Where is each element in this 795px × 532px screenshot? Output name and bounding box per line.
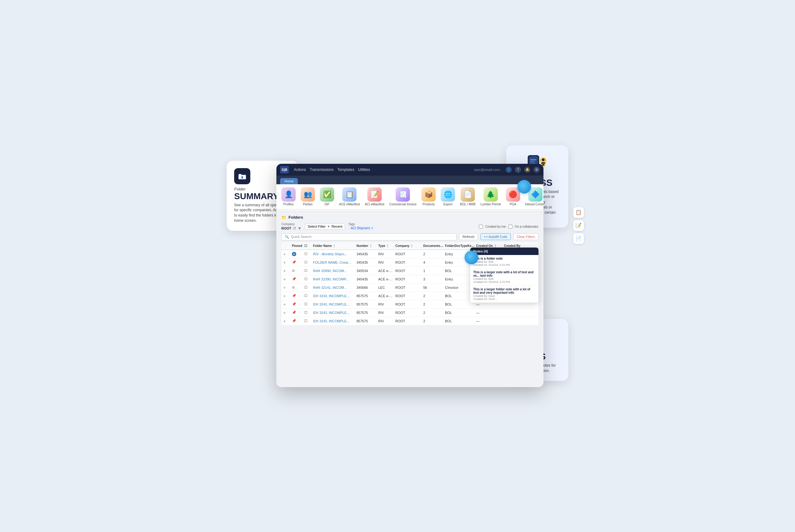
add-row-btn[interactable]: + — [283, 277, 291, 282]
icon-label-inbound-control: Inbond Control — [525, 203, 543, 206]
nav-templates[interactable]: Templates — [337, 168, 354, 172]
nav-actions[interactable]: Actions — [294, 168, 306, 172]
search-box[interactable]: 🔍 Quick Search . — [281, 233, 456, 241]
pin-cell[interactable]: 📌 — [291, 260, 304, 264]
add-row-btn[interactable]: + — [283, 285, 291, 290]
folder-name-cell[interactable]: FOLDER NAME, Creat... — [312, 261, 356, 264]
icon-circle-parties: 👥 — [301, 187, 315, 202]
folder-name-cell[interactable]: ID# 3243, INCOMPLE... — [312, 319, 356, 323]
tag-badge[interactable]: ACI Shipment × — [348, 226, 376, 230]
check-cell[interactable]: ☐ — [304, 269, 312, 273]
side-icon-1[interactable]: 📋 — [573, 207, 584, 218]
add-row-btn[interactable]: + — [283, 319, 291, 324]
note-by: Created by: Bob — [473, 260, 536, 263]
user-email: user@email.com... — [474, 168, 503, 172]
icon-item-isf[interactable]: ✅ ISF — [320, 187, 334, 206]
user-icon[interactable]: 👤 — [506, 167, 512, 173]
check-cell[interactable]: ☐ — [304, 252, 312, 256]
icon-item-parties[interactable]: 👥 Parties — [301, 187, 315, 206]
scroll-bar[interactable] — [276, 209, 543, 212]
collaborator-checkbox[interactable] — [508, 225, 512, 229]
nav-transmissions[interactable]: Transmissions — [310, 168, 333, 172]
side-icon-2[interactable]: 📝 — [573, 220, 584, 231]
icon-item-ace-emanifest[interactable]: 📋 ACE eManifest — [339, 187, 360, 206]
folder-name-cell[interactable]: Ref# 32141, INCOM... — [312, 286, 356, 289]
check-cell[interactable]: ☐ — [304, 285, 312, 289]
created-by-me-checkbox[interactable] — [479, 225, 483, 229]
refresh-button[interactable]: Refresh — [459, 233, 478, 240]
pin-cell[interactable]: 📌 — [291, 294, 304, 298]
add-row-btn[interactable]: + — [283, 293, 291, 299]
company-refresh-icon[interactable]: ↺ — [292, 226, 296, 231]
folder-name-cell[interactable]: ID# 3243, INCOMPLE... — [312, 311, 356, 315]
icon-item-aci-emanifest[interactable]: 📝 ACI eManifest — [365, 187, 384, 206]
pin-active[interactable]: ● — [292, 252, 296, 256]
notes-popup: Notes (4) This is a folder note Created … — [470, 248, 539, 303]
add-row-btn[interactable]: + — [283, 260, 291, 265]
check-cell[interactable]: ☐ — [304, 310, 312, 315]
check-cell[interactable]: ☐ — [304, 302, 312, 306]
company-cell: ROOT — [395, 286, 423, 289]
pin-icon[interactable]: 📌 — [292, 310, 296, 314]
keep-cell: BOL — [445, 302, 475, 306]
folder-name-cell[interactable]: ID# 3243, INCOMPLE... — [312, 302, 356, 306]
add-row-btn[interactable]: + — [283, 302, 291, 307]
pin-icon[interactable]: 📌 — [292, 319, 296, 323]
filter-label: Select Filter — [308, 225, 326, 228]
tab-home[interactable]: Home — [280, 178, 298, 184]
folder-name-cell[interactable]: Ref# 32390, INCOMP... — [312, 277, 356, 281]
clear-filters-button[interactable]: Clear Filters — [513, 233, 539, 240]
folder-name-cell[interactable]: RIV - Monthly Shipm... — [312, 252, 356, 256]
help-icon[interactable]: ? — [515, 167, 521, 173]
company-filter-icon[interactable]: ▼ — [297, 226, 302, 231]
type-cell: RIV — [378, 302, 395, 306]
folder-name-cell[interactable]: Ref# 32890, INCOM... — [312, 269, 356, 273]
check-cell[interactable]: ☐ — [304, 260, 312, 264]
pin-cell[interactable]: ⊘ — [291, 269, 304, 273]
pin-icon[interactable]: 📌 — [292, 302, 296, 306]
icon-item-products[interactable]: 📦 Products — [421, 187, 436, 206]
folders-title: Folders — [289, 215, 303, 220]
type-cell: ACE e-Ma... — [378, 277, 395, 281]
nav-utilities[interactable]: Utilities — [358, 168, 370, 172]
icon-item-bol-awb[interactable]: 📄 BOL / AWB — [460, 187, 475, 206]
folder-name-cell[interactable]: ID# 3243, INCOMPLE... — [312, 294, 356, 298]
blue-circle-top — [517, 180, 531, 194]
add-row-btn[interactable]: + — [283, 268, 291, 273]
side-icon-3[interactable]: 📄 — [573, 233, 584, 244]
pin-icon[interactable]: ⊘ — [292, 285, 295, 289]
check-cell[interactable]: ☐ — [304, 277, 312, 281]
grid-icon[interactable]: ⊞ — [534, 167, 540, 173]
pin-cell[interactable]: 📌 — [291, 319, 304, 323]
table-row[interactable]: + 📌 ☐ ID# 3243, INCOMPLE... 857575 RIV R… — [281, 317, 539, 325]
pin-cell[interactable]: 📌 — [291, 302, 304, 306]
col-type: Type ⋮ — [378, 244, 395, 248]
pin-icon[interactable]: ⊘ — [292, 269, 295, 272]
pin-icon[interactable]: 📌 — [292, 294, 296, 298]
pin-cell[interactable]: ⊘ — [291, 285, 304, 289]
icon-item-lumber-permit[interactable]: 🌲 Lumber Permit — [481, 187, 501, 206]
filter-select[interactable]: Select Filter ▼ Recent — [305, 223, 345, 230]
add-row-btn[interactable]: + — [283, 310, 291, 315]
icon-item-export[interactable]: 🌐 Export — [441, 187, 455, 206]
pin-icon[interactable]: 📌 — [292, 277, 296, 281]
type-cell: ACE e-M... — [378, 269, 395, 273]
pin-cell[interactable]: 📌 — [291, 277, 304, 281]
pin-icon[interactable]: 📌 — [292, 260, 296, 264]
autofill-button[interactable]: ++ Autofill Coils — [481, 233, 511, 240]
app-logo[interactable]: S|B — [280, 166, 289, 173]
check-cell[interactable]: ☐ — [304, 294, 312, 298]
icon-item-profiles[interactable]: 👤 Profiles — [281, 187, 296, 206]
icon-grid: 👤 Profiles 👥 Parties ✅ ISF 📋 ACE eManife… — [276, 184, 543, 209]
check-cell[interactable]: ☐ — [304, 319, 312, 323]
tag-value: ACI Shipment — [350, 226, 370, 230]
add-row-btn[interactable]: + — [283, 251, 291, 256]
nav-bar: S|B Actions Transmissions Templates Util… — [276, 164, 543, 175]
table-row[interactable]: + 📌 ☐ ID# 3243, INCOMPLE... 857575 RIV R… — [281, 309, 539, 317]
icon-item-commercial-invoice[interactable]: 🧾 Commercial Invoice — [390, 187, 417, 206]
tag-close-icon[interactable]: × — [371, 226, 373, 230]
docs-cell: 2 — [423, 319, 445, 323]
bell-icon[interactable]: 🔔 — [524, 167, 530, 173]
pin-cell[interactable]: ● — [291, 252, 304, 256]
pin-cell[interactable]: 📌 — [291, 310, 304, 315]
